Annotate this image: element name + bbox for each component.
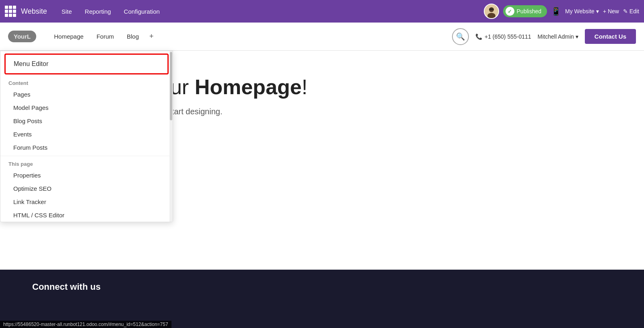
- search-icon: 🔍: [456, 32, 465, 41]
- contact-us-button[interactable]: Contact Us: [585, 29, 636, 44]
- website-navigation: YourL Homepage Forum Blog + 🔍 📞 +1 (650)…: [0, 23, 644, 51]
- app-name: Website: [21, 7, 47, 16]
- dropdown-scroll-area[interactable]: Menu Editor Content Pages Model Pages Bl…: [0, 51, 173, 222]
- published-label: Published: [517, 8, 542, 14]
- nav-configuration[interactable]: Configuration: [119, 6, 165, 17]
- dropdown-optimize-seo[interactable]: Optimize SEO: [0, 182, 173, 195]
- phone-info: 📞 +1 (650) 555-0111: [475, 33, 531, 40]
- site-dropdown-menu: Menu Editor Content Pages Model Pages Bl…: [0, 51, 173, 222]
- dropdown-forum-posts[interactable]: Forum Posts: [0, 141, 173, 154]
- website-nav-links: Homepage Forum Blog +: [48, 29, 452, 44]
- avatar[interactable]: [484, 4, 499, 19]
- my-website-button[interactable]: My Website ▾: [565, 8, 599, 14]
- nav-blog[interactable]: Blog: [121, 30, 144, 43]
- logo-text: YourL: [14, 33, 31, 40]
- mobile-icon[interactable]: 📱: [551, 6, 561, 16]
- search-button[interactable]: 🔍: [452, 28, 469, 45]
- nav-site[interactable]: Site: [57, 6, 77, 17]
- app-logo[interactable]: Website: [5, 6, 52, 17]
- website-logo[interactable]: YourL: [8, 31, 36, 42]
- my-website-label: My Website: [565, 8, 594, 14]
- phone-icon: 📞: [475, 33, 482, 40]
- chevron-down-icon: ▾: [596, 8, 599, 14]
- svg-rect-3: [489, 8, 494, 10]
- menu-editor-item[interactable]: Menu Editor: [4, 54, 169, 74]
- admin-menu[interactable]: Mitchell Admin ▾: [538, 33, 578, 40]
- status-url: https://55486520-master-all.runbot121.od…: [3, 322, 168, 327]
- published-badge[interactable]: ✓ Published: [503, 5, 547, 17]
- connect-with-us: Connect with us: [32, 282, 101, 292]
- top-nav-right: ✓ Published 📱 My Website ▾ + New ✎ Edit: [484, 4, 639, 19]
- nav-homepage[interactable]: Homepage: [48, 30, 89, 43]
- edit-button[interactable]: ✎ Edit: [623, 8, 639, 14]
- website-nav-right: 🔍 📞 +1 (650) 555-0111 Mitchell Admin ▾ C…: [452, 28, 636, 45]
- new-button[interactable]: + New: [603, 8, 619, 14]
- divider: [0, 156, 173, 156]
- admin-label: Mitchell Admin: [538, 33, 574, 40]
- dropdown-blog-posts[interactable]: Blog Posts: [0, 114, 173, 128]
- homepage-bold: Homepage: [195, 75, 302, 99]
- dropdown-properties[interactable]: Properties: [0, 169, 173, 182]
- this-page-section-label: This page: [0, 158, 173, 169]
- top-navigation: Website Site Reporting Configuration ✓ P…: [0, 0, 644, 23]
- new-label: + New: [603, 8, 619, 14]
- chevron-down-icon: ▾: [576, 33, 578, 40]
- exclaim: !: [301, 75, 307, 99]
- dropdown-pages[interactable]: Pages: [0, 88, 173, 101]
- dropdown-model-pages[interactable]: Model Pages: [0, 101, 173, 114]
- check-icon: ✓: [506, 7, 514, 16]
- edit-label: ✎ Edit: [623, 8, 639, 14]
- scrollbar[interactable]: [169, 51, 173, 222]
- add-nav-item-button[interactable]: +: [146, 29, 157, 44]
- phone-number: +1 (650) 555-0111: [485, 33, 531, 40]
- content-section-label: Content: [0, 77, 173, 88]
- nav-reporting[interactable]: Reporting: [80, 6, 116, 17]
- nav-forum[interactable]: Forum: [91, 30, 120, 43]
- footer: Connect with us: [0, 270, 644, 328]
- grid-icon: [5, 6, 16, 17]
- status-bar: https://55486520-master-all.runbot121.od…: [0, 321, 171, 328]
- dropdown-html-css-editor[interactable]: HTML / CSS Editor: [0, 208, 173, 222]
- scrollbar-thumb: [170, 52, 172, 120]
- dropdown-link-tracker[interactable]: Link Tracker: [0, 195, 173, 208]
- dropdown-events[interactable]: Events: [0, 128, 173, 141]
